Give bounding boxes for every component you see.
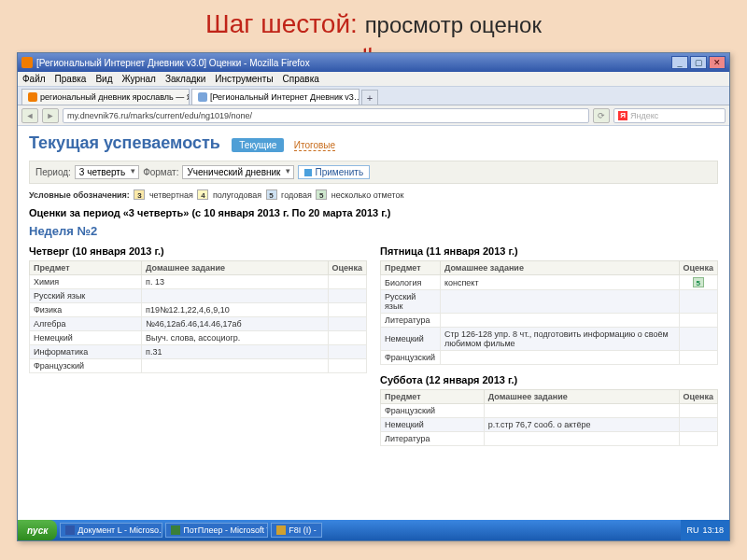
page-heading: Текущая успеваемость — [29, 133, 220, 153]
col-homework: Домашнее задание — [440, 261, 679, 275]
taskbar-item[interactable]: Документ L - Microso… — [60, 523, 162, 538]
table-row: НемецкийВыуч. слова, ассоциогр. — [30, 331, 367, 345]
legend-badge-year: 5 — [266, 189, 277, 200]
col-homework: Домашнее задание — [142, 261, 328, 275]
close-button[interactable]: ✕ — [709, 56, 726, 69]
friday-table: ПредметДомашнее заданиеОценка Биологияко… — [380, 260, 718, 365]
cell-subject: Химия — [30, 275, 142, 289]
tray-lang[interactable]: RU — [686, 525, 698, 535]
cell-subject: Немецкий — [30, 331, 142, 345]
days-row: Четверг (10 января 2013 г.) ПредметДомаш… — [29, 242, 718, 446]
apply-button[interactable]: Применить — [298, 165, 370, 179]
url-field[interactable]: my.dnevnik76.ru/marks/current/edu/ng1019… — [63, 108, 589, 123]
search-placeholder: Яндекс — [630, 111, 658, 120]
app-icon — [65, 525, 75, 535]
col-grade: Оценка — [679, 261, 717, 275]
table-row: Русский язык — [30, 289, 367, 303]
legend-badge-quarter: 3 — [134, 189, 145, 200]
tab-current-grades[interactable]: Текущие — [232, 138, 284, 152]
cell-subject: Русский язык — [381, 290, 441, 314]
week-heading: Неделя №2 — [29, 224, 718, 238]
day-title: Суббота (12 января 2013 г.) — [380, 371, 718, 389]
cell-grade — [679, 418, 717, 432]
cell-subject: Немецкий — [381, 418, 485, 432]
system-tray[interactable]: RU 13:18 — [681, 520, 729, 540]
firefox-icon — [21, 57, 33, 68]
cell-subject: Алгебра — [30, 317, 142, 331]
menu-bar: Файл Правка Вид Журнал Закладки Инструме… — [18, 72, 729, 87]
menu-journal[interactable]: Журнал — [117, 74, 161, 84]
cell-grade: 5 — [679, 275, 717, 290]
slide-title: Шаг шестой: просмотр оценок — [0, 0, 747, 43]
table-row: Биологияконспект5 — [381, 275, 718, 290]
cell-homework: конспект — [440, 275, 679, 290]
browser-tabs: региональный дневник ярославль — Я… [Рег… — [18, 87, 729, 105]
search-field[interactable]: ЯЯндекс — [613, 108, 726, 123]
table-row: Французский — [381, 404, 718, 418]
start-label: пуск — [27, 525, 48, 536]
col-grade: Оценка — [328, 261, 366, 275]
minimize-button[interactable]: _ — [671, 56, 688, 69]
cell-grade — [328, 289, 366, 303]
browser-tab-1[interactable]: региональный дневник ярославль — Я… — [21, 89, 190, 105]
table-row: Физикап19№12.1,22,4,6,9,10 — [30, 303, 367, 317]
cell-grade — [679, 314, 717, 328]
menu-file[interactable]: Файл — [18, 74, 50, 84]
legend-badge-half: 4 — [197, 189, 208, 200]
table-row: Алгебра№46,12аб.46,14.46,17аб — [30, 317, 367, 331]
cell-subject: Информатика — [30, 345, 142, 359]
window-title: [Региональный Интернет Дневник v3.0] Оце… — [36, 58, 310, 68]
menu-edit[interactable]: Правка — [50, 74, 92, 84]
app-icon — [276, 525, 286, 535]
back-button[interactable]: ◄ — [21, 108, 38, 123]
cell-homework: Выуч. слова, ассоциогр. — [142, 331, 328, 345]
maximize-button[interactable]: ▢ — [690, 56, 707, 69]
legend-half: полугодовая — [213, 190, 261, 200]
cell-homework — [440, 290, 679, 314]
cell-homework — [142, 359, 328, 373]
app-icon — [171, 525, 180, 535]
yandex-icon: Я — [618, 111, 627, 120]
cell-grade — [328, 317, 366, 331]
start-button[interactable]: пуск — [18, 520, 57, 540]
menu-tools[interactable]: Инструменты — [210, 74, 277, 84]
col-grade: Оценка — [679, 390, 717, 404]
legend-prefix: Условные обозначения: — [29, 190, 130, 200]
cell-grade — [679, 432, 717, 446]
address-bar: ◄ ► my.dnevnik76.ru/marks/current/edu/ng… — [18, 105, 729, 126]
day-title: Пятница (11 января 2013 г.) — [380, 242, 718, 260]
apply-label: Применить — [315, 167, 363, 177]
cell-grade — [328, 359, 366, 373]
cell-homework: п. 13 — [142, 275, 328, 289]
menu-bookmarks[interactable]: Закладки — [161, 74, 210, 84]
menu-help[interactable]: Справка — [278, 74, 324, 84]
forward-button[interactable]: ► — [42, 108, 59, 123]
taskbar-item-label: F8I (I) - — [289, 525, 317, 535]
format-label: Формат: — [143, 167, 178, 177]
grade-badge: 5 — [693, 277, 704, 287]
saturday-table: ПредметДомашнее заданиеОценка Французски… — [380, 389, 718, 446]
period-select[interactable]: 3 четверть — [75, 165, 139, 179]
legend-quarter: четвертная — [149, 190, 193, 200]
tab-final-grades[interactable]: Итоговые — [294, 140, 335, 151]
menu-view[interactable]: Вид — [91, 74, 117, 84]
favicon-icon — [28, 92, 37, 102]
legend: Условные обозначения: 3 четвертная 4 пол… — [29, 189, 718, 200]
new-tab-button[interactable]: + — [361, 90, 378, 105]
day-title: Четверг (10 января 2013 г.) — [29, 242, 367, 260]
table-row: Литература — [381, 432, 718, 446]
cell-grade — [679, 328, 717, 351]
table-row: Химияп. 13 — [30, 275, 367, 289]
taskbar-item-label: ПотПлеер - Microsoft W… — [183, 525, 268, 535]
reload-button[interactable]: ⟳ — [593, 108, 610, 123]
cell-grade — [328, 303, 366, 317]
url-text: my.dnevnik76.ru/marks/current/edu/ng1019… — [67, 111, 252, 120]
cell-subject: Литература — [381, 432, 485, 446]
browser-tab-2[interactable]: [Региональный Интернет Дневник v3… — [191, 89, 359, 105]
window-titlebar[interactable]: [Региональный Интернет Дневник v3.0] Оце… — [18, 53, 729, 72]
slide-title-black: просмотр оценок — [365, 12, 542, 37]
taskbar-item[interactable]: F8I (I) - — [271, 523, 322, 538]
taskbar-item[interactable]: ПотПлеер - Microsoft W… — [165, 523, 268, 538]
table-row: Русский язык — [381, 290, 718, 314]
format-select[interactable]: Ученический дневник — [182, 165, 294, 179]
